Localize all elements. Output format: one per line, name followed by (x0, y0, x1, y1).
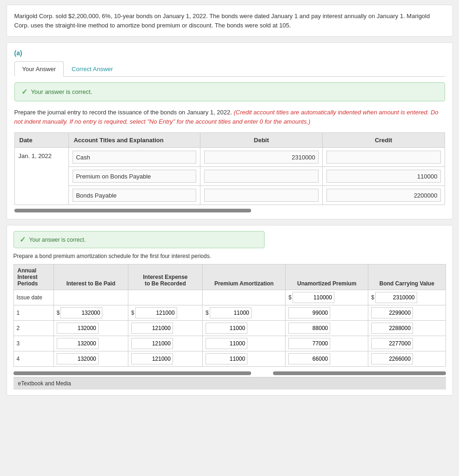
amort-col-unamort: Unamortized Premium (286, 264, 368, 290)
issue-carrying-input[interactable] (375, 292, 417, 303)
amort-instruction: Prepare a bond premium amortization sche… (13, 253, 446, 259)
table-row (14, 167, 445, 186)
issue-unamort-input[interactable] (293, 292, 334, 303)
tab-correct-answer[interactable]: Correct Answer (64, 61, 121, 77)
amort-row-2: 2 (13, 321, 446, 336)
amort-correct-text: Your answer is correct. (29, 237, 86, 243)
p3-unamort-input[interactable] (288, 338, 330, 349)
col-date: Date (14, 133, 69, 148)
debit-cell (200, 186, 323, 205)
p1-amort-cell: $ (206, 307, 282, 318)
p1-carrying-input[interactable] (371, 307, 413, 318)
p3-expense-input[interactable] (131, 338, 173, 349)
tab-your-answer[interactable]: Your Answer (14, 61, 64, 77)
problem-text: Marigold Corp. sold $2,200,000, 6%, 10-y… (14, 13, 430, 29)
amort-col-carrying: Bond Carrying Value (368, 264, 446, 290)
horizontal-scrollbar[interactable] (14, 209, 251, 212)
credit-cell (322, 148, 445, 167)
etextbook-label: eTextbook and Media (18, 380, 71, 387)
correct-answer-banner: ✓ Your answer is correct. (14, 82, 445, 101)
p1-expense-input[interactable] (135, 307, 177, 318)
account-input-bonds[interactable] (73, 189, 196, 202)
journal-table: Date Account Titles and Explanation Debi… (14, 132, 445, 205)
p3-paid-input[interactable] (57, 338, 99, 349)
col-account: Account Titles and Explanation (69, 133, 200, 148)
table-row: Jan. 1, 2022 (14, 148, 445, 167)
check-icon-2: ✓ (20, 235, 26, 244)
p2-paid-input[interactable] (57, 323, 99, 334)
section-b: ✓ Your answer is correct. Prepare a bond… (7, 225, 453, 396)
credit-cell (322, 167, 445, 186)
p2-carrying-input[interactable] (371, 323, 413, 334)
period-label: 3 (13, 336, 53, 351)
p4-amort-input[interactable] (206, 353, 247, 364)
amort-col-period: AnnualInterestPeriods (13, 264, 53, 290)
period-label: 1 (13, 305, 53, 321)
issue-unamort-cell: $ (288, 292, 365, 303)
credit-input-premium[interactable] (326, 170, 441, 183)
account-input-premium[interactable] (73, 170, 196, 183)
p2-amort-input[interactable] (206, 323, 247, 334)
check-icon: ✓ (21, 87, 27, 96)
p1-amort-input[interactable] (210, 307, 252, 318)
p3-amort-input[interactable] (206, 338, 247, 349)
problem-statement: Marigold Corp. sold $2,200,000, 6%, 10-y… (7, 5, 453, 37)
p3-carrying-input[interactable] (371, 338, 413, 349)
amort-table: AnnualInterestPeriods Interest to Be Pai… (13, 264, 446, 367)
col-credit: Credit (322, 133, 445, 148)
instruction-text: Prepare the journal entry to record the … (14, 108, 445, 126)
debit-input-cash[interactable] (204, 151, 319, 164)
amort-col-expense: Interest Expenseto Be Recorded (128, 264, 202, 290)
section-a-label: (a) (14, 49, 445, 57)
tabs: Your Answer Correct Answer (14, 61, 445, 77)
debit-input-premium[interactable] (204, 170, 319, 183)
etextbook-bar: eTextbook and Media (13, 377, 446, 390)
correct-banner-text: Your answer is correct. (31, 88, 93, 95)
account-cell (69, 148, 200, 167)
debit-cell (200, 167, 323, 186)
p4-unamort-input[interactable] (288, 353, 330, 364)
amort-correct-banner: ✓ Your answer is correct. (13, 231, 265, 248)
p4-carrying-input[interactable] (371, 353, 413, 364)
debit-cell (200, 148, 323, 167)
p4-expense-input[interactable] (131, 353, 173, 364)
table-row (14, 186, 445, 205)
credit-input-cash[interactable] (326, 151, 441, 164)
account-cell (69, 167, 200, 186)
credit-cell (322, 186, 445, 205)
right-scrollbar[interactable] (273, 371, 446, 375)
amort-col-amort: Premium Amortization (203, 264, 286, 290)
page-wrapper: Marigold Corp. sold $2,200,000, 6%, 10-y… (7, 5, 453, 396)
issue-date-row: Issue date $ $ (13, 290, 446, 305)
p1-paid-cell: $ (57, 307, 125, 318)
account-cell (69, 186, 200, 205)
period-label: 4 (13, 351, 53, 367)
p2-unamort-input[interactable] (288, 323, 330, 334)
scrollbar-row (13, 370, 446, 375)
p1-unamort-input[interactable] (288, 307, 330, 318)
p1-paid-input[interactable] (60, 307, 102, 318)
p4-paid-input[interactable] (57, 353, 99, 364)
debit-input-bonds[interactable] (204, 189, 319, 202)
period-label: 2 (13, 321, 53, 336)
section-a: (a) Your Answer Correct Answer ✓ Your an… (7, 42, 453, 219)
issue-carrying-cell: $ (371, 292, 442, 303)
issue-date-label: Issue date (13, 290, 53, 305)
col-debit: Debit (200, 133, 323, 148)
date-cell: Jan. 1, 2022 (14, 148, 69, 205)
amort-table-wrapper: AnnualInterestPeriods Interest to Be Pai… (13, 264, 446, 367)
credit-input-bonds[interactable] (326, 189, 441, 202)
account-input-cash[interactable] (73, 151, 196, 164)
amort-col-paid: Interest to Be Paid (53, 264, 128, 290)
amort-row-3: 3 (13, 336, 446, 351)
p1-expense-cell: $ (131, 307, 200, 318)
left-scrollbar[interactable] (13, 371, 252, 375)
p2-expense-input[interactable] (131, 323, 173, 334)
amort-row-4: 4 (13, 351, 446, 367)
amort-row-1: 1 $ $ (13, 305, 446, 321)
